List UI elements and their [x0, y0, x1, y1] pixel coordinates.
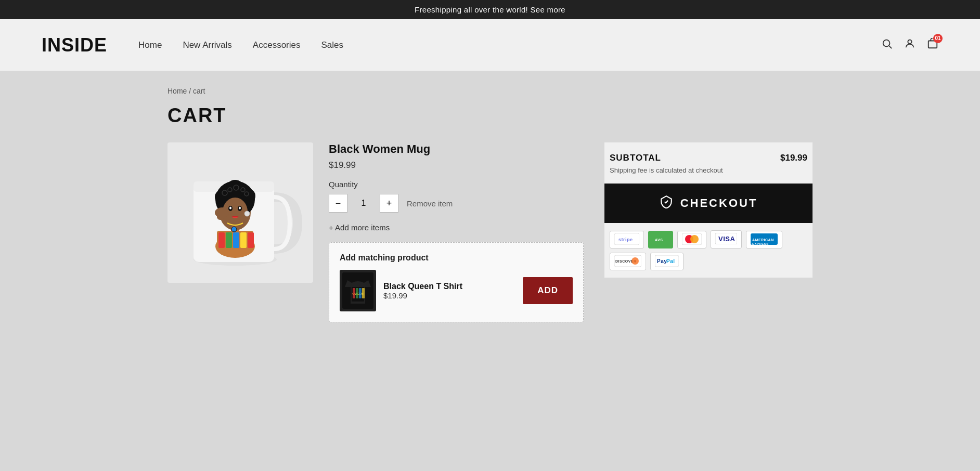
svg-point-2 [908, 40, 911, 43]
banner-text: Freeshipping all over the world! See mor… [415, 5, 565, 14]
svg-rect-37 [353, 288, 355, 298]
add-more-items-link[interactable]: + Add more items [329, 223, 584, 232]
shipping-note: Shipping fee is calculated at checkout [604, 166, 813, 184]
paypal-logo: PayPal [650, 253, 684, 270]
svg-rect-38 [356, 288, 358, 298]
svg-point-0 [883, 40, 890, 46]
account-icon[interactable] [904, 38, 915, 53]
svg-text:VISA: VISA [718, 235, 735, 243]
nav-accessories[interactable]: Accessories [253, 40, 301, 50]
quantity-increase-button[interactable]: + [380, 194, 398, 213]
quantity-value: 1 [356, 199, 371, 208]
nav-new-arrivals[interactable]: New Arrivals [183, 40, 231, 50]
search-icon[interactable] [881, 38, 893, 53]
svg-point-55 [631, 257, 639, 265]
header: INSIDE Home New Arrivals Accessories Sal… [0, 19, 980, 71]
logo[interactable]: INSIDE [42, 34, 107, 56]
add-matching-product-button[interactable]: ADD [523, 277, 573, 304]
svg-point-19 [226, 180, 244, 199]
matching-product-price: $19.99 [383, 291, 515, 300]
payment-logos: stripe AVS VISA AMERICANEXPRESS [604, 223, 813, 278]
svg-text:Pay: Pay [657, 258, 667, 264]
checkout-button[interactable]: CHECKOUT [604, 184, 813, 223]
product-section: Black Women Mug $19.99 Quantity − 1 + Re… [167, 142, 584, 322]
svg-text:EXPRESS: EXPRESS [752, 242, 769, 245]
svg-line-1 [889, 46, 892, 48]
amex-logo: AMERICANEXPRESS [746, 231, 782, 248]
visa-logo: VISA [711, 230, 742, 248]
svg-rect-31 [217, 208, 224, 220]
product-image [167, 142, 313, 283]
quantity-label: Quantity [329, 180, 584, 189]
matching-product-name: Black Queen T Shirt [383, 282, 515, 291]
product-price: $19.99 [329, 160, 584, 171]
svg-text:AVS: AVS [655, 238, 663, 242]
main-nav: Home New Arrivals Accessories Sales [138, 40, 881, 50]
cart-layout: Black Women Mug $19.99 Quantity − 1 + Re… [167, 142, 813, 322]
subtotal-amount: $19.99 [780, 153, 807, 163]
svg-rect-9 [218, 232, 225, 248]
svg-point-33 [231, 227, 237, 232]
svg-point-29 [239, 207, 241, 210]
nav-sales[interactable]: Sales [321, 40, 344, 50]
remove-item-link[interactable]: Remove item [407, 199, 453, 208]
svg-point-47 [690, 235, 699, 243]
svg-rect-13 [248, 232, 254, 248]
matching-product-row: QUEEN Black Queen T Shirt $19.99 ADD [340, 270, 573, 311]
svg-text:AMERICAN: AMERICAN [752, 238, 774, 242]
cart-icon[interactable]: 01 [927, 38, 938, 53]
matching-product-image: QUEEN [340, 270, 376, 311]
svg-rect-12 [240, 232, 247, 248]
product-details: Black Women Mug $19.99 Quantity − 1 + Re… [329, 142, 584, 322]
matching-product-box: Add matching product QUEEN [329, 242, 584, 322]
svg-rect-11 [233, 232, 239, 248]
matching-product-info: Black Queen T Shirt $19.99 [383, 282, 515, 300]
nav-home[interactable]: Home [138, 40, 162, 50]
svg-rect-40 [362, 288, 365, 298]
stripe-logo: stripe [610, 231, 644, 248]
header-icons: 01 [881, 38, 938, 53]
order-summary: SUBTOTAL $19.99 Shipping fee is calculat… [604, 142, 813, 278]
subtotal-row: SUBTOTAL $19.99 [604, 142, 813, 166]
checkout-label: CHECKOUT [680, 197, 758, 210]
quantity-row: − 1 + Remove item [329, 194, 584, 213]
svg-rect-39 [359, 288, 362, 298]
svg-point-28 [229, 207, 231, 210]
svg-point-32 [244, 211, 250, 216]
subtotal-label: SUBTOTAL [610, 153, 661, 163]
quantity-decrease-button[interactable]: − [329, 194, 347, 213]
matching-product-title: Add matching product [340, 253, 573, 263]
shield-checkout-icon [660, 195, 673, 212]
main-content: Home / cart CART [126, 71, 854, 338]
product-name: Black Women Mug [329, 142, 584, 156]
discover-logo: DISCOVER [610, 253, 646, 270]
cart-badge: 01 [933, 34, 943, 43]
mastercard-logo [677, 231, 706, 248]
svg-text:stripe: stripe [618, 237, 633, 242]
top-banner: Freeshipping all over the world! See mor… [0, 0, 980, 19]
page-title: CART [167, 104, 813, 127]
svg-rect-10 [226, 232, 232, 248]
svg-text:Pal: Pal [666, 258, 675, 264]
avs-logo: AVS [648, 231, 673, 248]
breadcrumb: Home / cart [167, 87, 813, 95]
